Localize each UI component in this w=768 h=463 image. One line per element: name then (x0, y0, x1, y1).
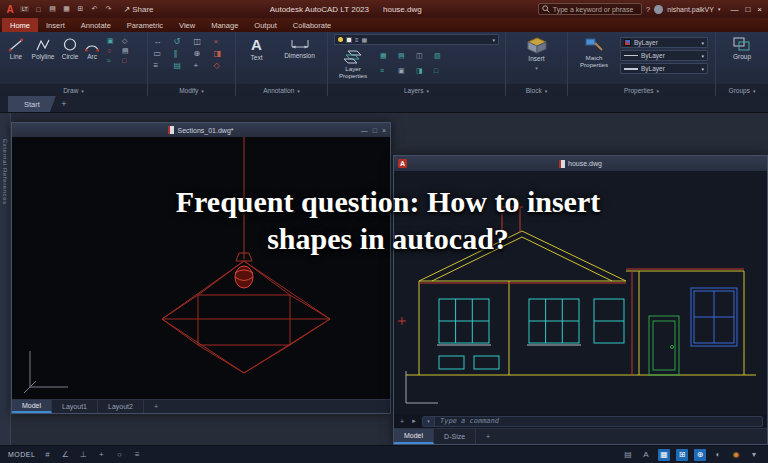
panel-label-draw[interactable]: Draw▾ (0, 84, 147, 96)
workspace-icon[interactable]: ▤ (622, 449, 634, 461)
layer-dropdown[interactable]: ≡ ▦ ▾ (334, 34, 499, 45)
polar-tracking-icon[interactable]: ∠ (59, 449, 71, 461)
lineweight-dropdown[interactable]: ByLayer ▾ (620, 63, 708, 74)
tab-start[interactable]: Start (8, 96, 56, 112)
share-button[interactable]: ↗ Share (123, 5, 153, 14)
draw-tool-icon[interactable]: ≈ (107, 57, 118, 65)
tab-layout2[interactable]: Layout2 (98, 400, 144, 413)
panel-label-properties[interactable]: Properties▾ (568, 84, 715, 96)
units-icon[interactable]: ▦ (658, 449, 670, 461)
sections-window-titlebar[interactable]: Sections_01.dwg* — □ × (12, 123, 390, 137)
tool-insert-block[interactable]: Insert ▾ (522, 35, 552, 71)
modify-tool-icon[interactable]: ↔ (154, 37, 170, 47)
layer-tool-icon[interactable]: ▤ (398, 51, 412, 64)
add-layout-button[interactable]: + (476, 429, 500, 444)
modify-tool-icon[interactable]: ⊕ (194, 49, 210, 59)
command-prompt-icon[interactable]: ▸ (410, 417, 418, 425)
clean-screen-icon[interactable]: ◐ (712, 449, 724, 461)
layer-tool-icon[interactable]: ▣ (398, 66, 412, 79)
open-file-icon[interactable]: ▤ (47, 5, 57, 13)
window-maximize-icon[interactable]: □ (373, 127, 377, 134)
draw-tool-icon[interactable]: ▤ (122, 47, 133, 55)
draw-tool-icon[interactable]: □ (122, 57, 133, 65)
help-icon[interactable]: ? (646, 5, 650, 14)
modify-tool-icon[interactable]: ▤ (174, 61, 190, 71)
window-minimize-icon[interactable]: — (361, 127, 368, 134)
modify-tool-icon[interactable]: + (194, 61, 210, 71)
model-space-button[interactable]: MODEL (8, 451, 35, 458)
recent-commands-icon[interactable]: ▾ (423, 417, 435, 426)
panel-label-block[interactable]: Block▾ (506, 84, 567, 96)
tool-text[interactable]: A Text (242, 35, 272, 62)
snap-icon[interactable]: + (95, 449, 107, 461)
grid-icon[interactable]: # (41, 449, 53, 461)
layer-tool-icon[interactable]: ◫ (416, 51, 430, 64)
search-box[interactable]: Type a keyword or phrase (538, 3, 642, 15)
layer-tool-icon[interactable]: □ (434, 66, 448, 79)
ribbon-tab-collaborate[interactable]: Collaborate (285, 18, 339, 32)
quick-measure-icon[interactable]: ⊞ (676, 449, 688, 461)
isolate-objects-icon[interactable]: ⊕ (694, 449, 706, 461)
user-name[interactable]: nishant.palkVY (667, 6, 714, 13)
tool-circle[interactable]: Circle (58, 35, 82, 61)
customization-icon[interactable]: + (398, 418, 406, 425)
ortho-icon[interactable]: ⊥ (77, 449, 89, 461)
maximize-icon[interactable]: □ (745, 5, 750, 14)
tool-layer-properties[interactable]: Layer Properties (331, 48, 375, 80)
draw-tool-icon[interactable]: ○ (107, 47, 118, 55)
external-references-panel[interactable]: External References (0, 113, 11, 445)
ribbon-tab-manage[interactable]: Manage (203, 18, 246, 32)
tool-match-properties[interactable]: Match Properties (572, 35, 616, 69)
house-window-titlebar[interactable]: A house.dwg (394, 156, 767, 171)
modify-tool-icon[interactable]: ∥ (174, 49, 190, 59)
lineweight-toggle-icon[interactable]: ≡ (131, 449, 143, 461)
command-input[interactable]: ▾ Type a command (422, 416, 763, 427)
autocad-logo-icon[interactable]: A (4, 3, 16, 15)
modify-tool-icon[interactable]: × (214, 37, 230, 47)
modify-tool-icon[interactable]: ◨ (214, 49, 230, 59)
close-icon[interactable]: × (757, 5, 762, 14)
linetype-dropdown[interactable]: ByLayer ▾ (620, 50, 708, 61)
add-layout-button[interactable]: + (144, 400, 168, 413)
ribbon-tab-parametric[interactable]: Parametric (119, 18, 171, 32)
draw-tool-icon[interactable]: ▣ (107, 37, 118, 45)
ribbon-tab-annotate[interactable]: Annotate (73, 18, 119, 32)
new-drawing-tab-button[interactable]: + (56, 96, 72, 112)
layer-tool-icon[interactable]: ▥ (434, 51, 448, 64)
object-color-dropdown[interactable]: ByLayer ▾ (620, 37, 708, 48)
modify-tool-icon[interactable]: ≡ (154, 61, 170, 71)
draw-tool-icon[interactable]: ◇ (122, 37, 133, 45)
object-snap-icon[interactable]: ○ (113, 449, 125, 461)
save-icon[interactable]: ▦ (61, 5, 71, 13)
panel-label-modify[interactable]: Modify▾ (148, 84, 235, 96)
tool-arc[interactable]: Arc (82, 35, 102, 61)
panel-label-layers[interactable]: Layers▾ (328, 84, 505, 96)
tool-dimension[interactable]: Dimension (278, 35, 322, 60)
layer-tool-icon[interactable]: ≡ (380, 66, 394, 79)
layer-tool-icon[interactable]: ◨ (416, 66, 430, 79)
avatar-icon[interactable] (654, 5, 663, 14)
plot-icon[interactable]: ⊞ (75, 5, 85, 13)
minimize-icon[interactable]: — (730, 5, 738, 14)
tab-d-size[interactable]: D-Size (434, 429, 476, 444)
tab-model[interactable]: Model (12, 400, 52, 413)
annotation-scale-icon[interactable]: A (640, 449, 652, 461)
tab-model[interactable]: Model (394, 429, 434, 444)
panel-label-groups[interactable]: Groups▾ (716, 84, 768, 96)
ribbon-tab-insert[interactable]: Insert (38, 18, 73, 32)
ribbon-tab-output[interactable]: Output (246, 18, 285, 32)
modify-tool-icon[interactable]: ◫ (194, 37, 210, 47)
undo-icon[interactable]: ↶ (89, 5, 99, 13)
notification-icon[interactable]: ◉ (730, 449, 742, 461)
modify-tool-icon[interactable]: ◇ (214, 61, 230, 71)
window-close-icon[interactable]: × (382, 127, 386, 134)
ribbon-tab-home[interactable]: Home (2, 18, 38, 32)
sections-canvas[interactable] (12, 137, 390, 399)
panel-label-annotation[interactable]: Annotation▾ (236, 84, 327, 96)
modify-tool-icon[interactable]: ↺ (174, 37, 190, 47)
tool-polyline[interactable]: Polyline (28, 35, 58, 61)
layer-tool-icon[interactable]: ▦ (380, 51, 394, 64)
tab-layout1[interactable]: Layout1 (52, 400, 98, 413)
ribbon-tab-view[interactable]: View (171, 18, 203, 32)
chevron-down-icon[interactable]: ▾ (718, 6, 721, 12)
